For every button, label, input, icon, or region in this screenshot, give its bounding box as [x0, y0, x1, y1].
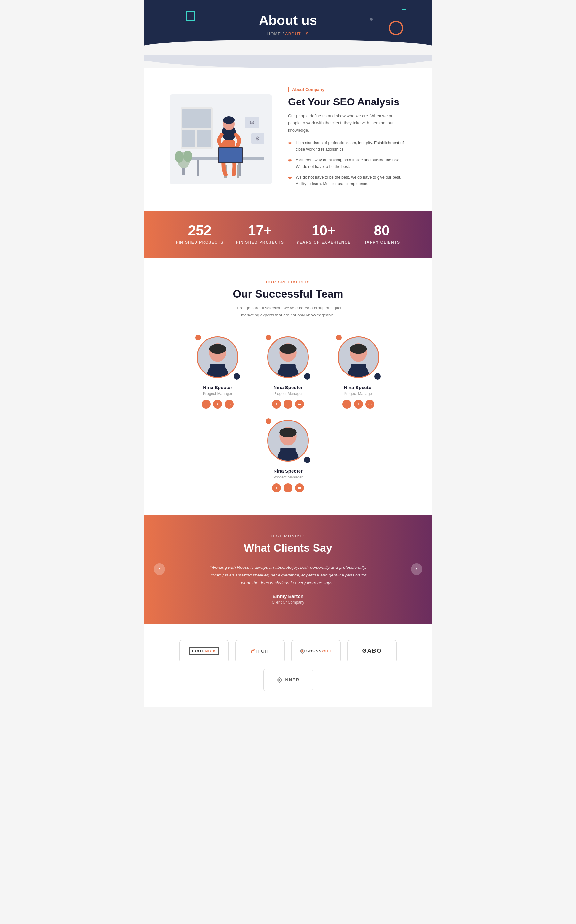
- team-social-0: f t in: [187, 400, 248, 409]
- svg-rect-18: [219, 148, 242, 162]
- team-name-3: Nina Specter: [258, 468, 318, 474]
- team-section: OUR SPECIALISTS Our Successful Team Thro…: [144, 258, 432, 515]
- stat-number-2: 10+: [296, 223, 351, 237]
- breadcrumb-current: ABOUT US: [285, 31, 309, 36]
- avatar-circle-3: [267, 420, 309, 462]
- stat-number-3: 80: [363, 223, 400, 237]
- about-tag: About Company: [288, 87, 406, 92]
- svg-point-9: [175, 151, 184, 163]
- svg-point-37: [279, 428, 296, 438]
- team-social-1: f t in: [258, 400, 318, 409]
- desk-illustration: ✉ ⚙: [174, 98, 267, 181]
- svg-rect-1: [182, 109, 211, 128]
- team-avatar-0: [195, 335, 240, 380]
- testimonial-quote: "Working with Reuss is always an absolut…: [208, 564, 368, 587]
- team-grid: Nina Specter Progect Manager f t in: [163, 335, 413, 492]
- avatar-deco-navy-1: [304, 373, 310, 380]
- team-tag: OUR SPECIALISTS: [163, 280, 413, 284]
- partner-logo-1: PITCH: [235, 640, 285, 663]
- avatar-deco-navy-3: [304, 457, 310, 463]
- testimonial-author: Emmy Barton: [170, 594, 406, 599]
- team-avatar-2: [336, 335, 381, 380]
- svg-point-25: [209, 344, 226, 354]
- stat-label-2: YEARS OF EXPERIENCE: [296, 240, 351, 245]
- svg-point-10: [183, 151, 192, 162]
- partner-logo-2: CROSSWILL: [291, 640, 341, 663]
- facebook-icon-2[interactable]: f: [342, 400, 351, 409]
- svg-marker-42: [278, 679, 281, 681]
- svg-rect-38: [280, 448, 296, 457]
- partner-logo-0: LOUDNICK: [179, 640, 229, 663]
- svg-text:⚙: ⚙: [255, 136, 260, 141]
- twitter-icon-0[interactable]: t: [213, 400, 222, 409]
- linkedin-icon-1[interactable]: in: [295, 400, 304, 409]
- team-role-3: Progect Manager: [258, 475, 318, 480]
- stat-label-0: FINISHED PROJECTS: [176, 240, 224, 245]
- deco-small-square: [218, 26, 222, 30]
- testimonial-heading: What Clients Say: [170, 542, 406, 554]
- twitter-icon-1[interactable]: t: [283, 400, 293, 409]
- team-role-0: Progect Manager: [187, 391, 248, 396]
- svg-rect-34: [351, 364, 366, 374]
- avatar-circle-2: [338, 336, 379, 378]
- bullet-item-2: A different way of thinking, both inside…: [288, 157, 406, 170]
- stat-number-0: 252: [176, 223, 224, 237]
- avatar-deco-navy-2: [374, 373, 381, 380]
- next-button[interactable]: ›: [411, 563, 422, 575]
- breadcrumb-home[interactable]: HOME: [267, 31, 281, 36]
- deco-teal-square: [186, 11, 195, 21]
- avatar-deco-navy-0: [234, 373, 240, 380]
- team-card-2: Nina Specter Progect Manager f t in: [328, 335, 389, 409]
- team-card-3: Nina Specter Progect Manager f t in: [258, 418, 318, 492]
- team-name-2: Nina Specter: [328, 385, 389, 390]
- partner-logo-3: GABO: [347, 640, 397, 663]
- linkedin-icon-0[interactable]: in: [225, 400, 234, 409]
- prev-button[interactable]: ‹: [154, 563, 165, 575]
- svg-rect-30: [280, 364, 296, 374]
- avatar-circle-0: [197, 336, 238, 378]
- linkedin-icon-2[interactable]: in: [365, 400, 374, 409]
- avatar-deco-pink-2: [336, 335, 342, 340]
- testimonial-tag: TESTIMONIALS: [170, 534, 406, 538]
- bullet-item-3: We do not have to be the best, we do hav…: [288, 174, 406, 187]
- team-name-1: Nina Specter: [258, 385, 318, 390]
- stat-item-0: 252 FINISHED PROJECTS: [176, 223, 224, 245]
- stats-section: 252 FINISHED PROJECTS 17+ FINISHED PROJE…: [144, 211, 432, 258]
- stat-number-1: 17+: [236, 223, 284, 237]
- stat-item-3: 80 HAPPY CLIENTS: [363, 223, 400, 245]
- svg-rect-3: [197, 130, 211, 147]
- bullet-item-1: High standards of professionalism, integ…: [288, 140, 406, 152]
- partner-logo-4: INNER: [263, 669, 313, 691]
- svg-point-29: [279, 344, 296, 354]
- breadcrumb: HOME / ABOUT US: [150, 31, 426, 36]
- facebook-icon-3[interactable]: f: [272, 483, 281, 492]
- team-role-1: Progect Manager: [258, 391, 318, 396]
- partners-section: LOUDNICK PITCH CROSSWILL GABO INNER: [144, 624, 432, 707]
- team-heading: Our Successful Team: [163, 288, 413, 300]
- stat-label-3: HAPPY CLIENTS: [363, 240, 400, 245]
- twitter-icon-3[interactable]: t: [283, 483, 293, 492]
- team-avatar-3: [266, 418, 310, 463]
- testimonial-role: Client Of Company: [170, 600, 406, 605]
- svg-rect-26: [210, 364, 225, 374]
- facebook-icon-1[interactable]: f: [272, 400, 281, 409]
- svg-rect-2: [182, 130, 195, 147]
- team-role-2: Progect Manager: [328, 391, 389, 396]
- svg-point-15: [223, 116, 235, 124]
- team-avatar-1: [266, 335, 310, 380]
- breadcrumb-separator: /: [282, 31, 284, 36]
- avatar-deco-pink-0: [195, 335, 201, 340]
- svg-rect-12: [237, 165, 239, 178]
- team-card-1: Nina Specter Progect Manager f t in: [258, 335, 318, 409]
- about-description: Our people define us and show who we are…: [288, 112, 406, 133]
- testimonial-section: ‹ TESTIMONIALS What Clients Say "Working…: [144, 515, 432, 624]
- facebook-icon-0[interactable]: f: [202, 400, 211, 409]
- about-bullets: High standards of professionalism, integ…: [288, 140, 406, 187]
- linkedin-icon-3[interactable]: in: [295, 483, 304, 492]
- about-section: ✉ ⚙ About Company Get Your SEO Analysis …: [144, 68, 432, 211]
- twitter-icon-2[interactable]: t: [354, 400, 363, 409]
- avatar-deco-pink-1: [266, 335, 271, 340]
- stat-item-2: 10+ YEARS OF EXPERIENCE: [296, 223, 351, 245]
- avatar-deco-pink-3: [266, 418, 271, 424]
- team-social-3: f t in: [258, 483, 318, 492]
